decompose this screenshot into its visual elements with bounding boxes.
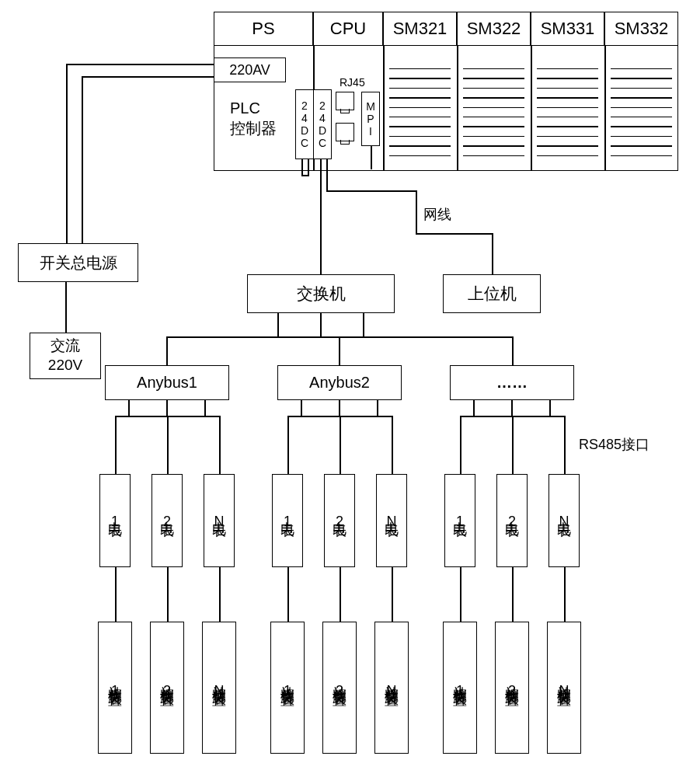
rj45-notch-1 [340, 109, 350, 113]
anybus-2: Anybus2 [277, 365, 402, 400]
meter-label: 电表N [210, 510, 228, 531]
device-label: 被检测装置1 [106, 675, 124, 700]
rj45-notch-2 [340, 140, 350, 145]
anybus2-label: Anybus2 [309, 374, 370, 392]
meter-g1-2: 电表2 [151, 474, 183, 567]
plc-header-cpu: CPU [313, 12, 383, 46]
dc-label-1: 24DC [298, 99, 311, 149]
wire [66, 64, 214, 65]
sm331-label: SM331 [541, 19, 595, 39]
plc-header-ps: PS [214, 12, 313, 46]
host-label: 上位机 [468, 283, 517, 305]
wire [363, 313, 364, 336]
rj45-port-1 [336, 92, 354, 110]
device-label: 被检测装置N [210, 675, 228, 700]
sm331-slots [537, 60, 598, 165]
wire [82, 76, 214, 78]
plc-controller-label: PLC 控制器 [230, 98, 277, 138]
cable-label: 网线 [423, 205, 451, 224]
device-label: 被检测装置1 [278, 675, 297, 700]
wire [128, 400, 130, 416]
dc-box-2: 24DC [313, 89, 332, 159]
network-switch: 交换机 [247, 274, 395, 313]
wire [301, 159, 303, 175]
anybus-n: …… [450, 365, 574, 400]
wire [549, 400, 551, 416]
wire [492, 233, 493, 274]
mpi-label: MPI [364, 100, 377, 138]
ps-header-label: PS [252, 19, 274, 39]
device-g2-1: 被检测装置1 [270, 622, 305, 754]
wire [82, 76, 83, 243]
wire [204, 400, 206, 416]
wire [219, 567, 221, 622]
meter-label: 电表2 [158, 510, 176, 531]
ps-220av-label: 220AV [229, 62, 270, 78]
main-power-switch: 开关总电源 [18, 243, 138, 282]
wire [166, 336, 168, 365]
wire [392, 416, 393, 474]
wire [371, 146, 372, 169]
wire [287, 416, 289, 474]
rs485-label: RS485接口 [579, 435, 650, 454]
wire [564, 416, 566, 474]
wire [326, 190, 416, 192]
wire [308, 159, 309, 175]
plc-header-sm322: SM322 [457, 12, 531, 46]
cpu-header-label: CPU [330, 19, 366, 39]
wire [512, 416, 514, 474]
wire [377, 400, 378, 416]
divider [383, 46, 385, 171]
host-computer: 上位机 [443, 274, 541, 313]
wire [392, 567, 393, 622]
wire [301, 400, 302, 416]
device-g2-2: 被检测装置2 [322, 622, 357, 754]
sm322-label: SM322 [467, 19, 521, 39]
rj45-label: RJ45 [340, 76, 365, 89]
anybus1-label: Anybus1 [137, 374, 197, 392]
meter-label: 电表1 [451, 510, 469, 531]
divider [531, 46, 532, 171]
wire [320, 159, 322, 274]
sm321-slots [389, 60, 451, 165]
wire [166, 400, 168, 416]
wire [66, 64, 68, 243]
switch-label: 交换机 [297, 283, 346, 305]
wire [167, 567, 169, 622]
meter-label: 电表N [382, 510, 401, 531]
anybus-1: Anybus1 [105, 365, 229, 400]
meter-label: 电表1 [106, 510, 124, 531]
device-g1-2: 被检测装置2 [150, 622, 184, 754]
wire [167, 416, 169, 474]
meter-label: 电表1 [278, 510, 297, 531]
device-label: 被检测装置2 [158, 675, 176, 700]
ps-220av: 220AV [214, 57, 286, 82]
device-g1-1: 被检测装置1 [98, 622, 132, 754]
device-g3-n: 被检测装置N [547, 622, 581, 754]
device-label: 被检测装置2 [330, 675, 349, 700]
device-g1-n: 被检测装置N [202, 622, 236, 754]
device-g3-1: 被检测装置1 [443, 622, 477, 754]
plc-header-sm332: SM332 [604, 12, 678, 46]
main-power-label: 开关总电源 [40, 253, 117, 274]
wire [339, 400, 340, 416]
wire [277, 313, 279, 336]
device-g2-n: 被检测装置N [374, 622, 409, 754]
wire [301, 175, 309, 176]
dc-label-2: 24DC [316, 99, 329, 149]
wire [460, 567, 461, 622]
wire [115, 567, 117, 622]
wire [416, 233, 492, 235]
sm322-slots [463, 60, 524, 165]
wire [340, 416, 341, 474]
mpi-box: MPI [361, 92, 380, 146]
wire [320, 313, 322, 336]
wire [219, 416, 221, 474]
meter-g1-n: 电表N [204, 474, 235, 567]
sm332-label: SM332 [615, 19, 669, 39]
wire [287, 567, 289, 622]
plc-header-sm321: SM321 [383, 12, 457, 46]
device-label: 被检测装置N [555, 675, 573, 700]
wire [460, 416, 461, 474]
wire [512, 567, 514, 622]
